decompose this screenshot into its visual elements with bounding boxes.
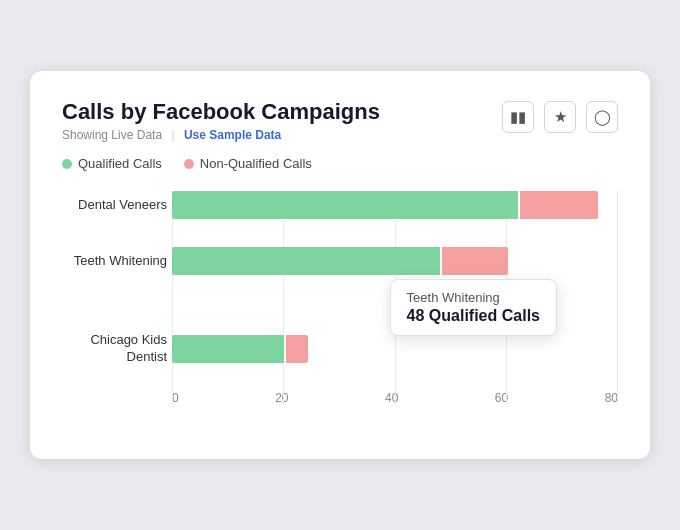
bar-qualified-teeth-whitening	[172, 247, 440, 275]
legend: Qualified Calls Non-Qualified Calls	[62, 156, 618, 171]
chart-title: Calls by Facebook Campaigns	[62, 99, 380, 125]
grid-line-20	[283, 191, 284, 405]
x-label-60: 60	[495, 391, 508, 405]
bar-dental-veneers: Dental Veneers	[172, 191, 618, 219]
qualified-label: Qualified Calls	[78, 156, 162, 171]
header: Calls by Facebook Campaigns Showing Live…	[62, 99, 618, 142]
bar-chicago-kids: Chicago KidsDentist	[172, 335, 618, 363]
tooltip-value: 48 Qualified Calls	[407, 307, 540, 325]
x-axis: 0 20 40 60 80	[172, 391, 618, 405]
grid-line-40	[395, 191, 396, 405]
bar-nonqualified-teeth-whitening	[442, 247, 509, 275]
toolbar: ▮▮ ★ ◯	[502, 101, 618, 133]
nonqualified-label: Non-Qualified Calls	[200, 156, 312, 171]
bar-container-dental-veneers	[172, 191, 618, 219]
bar-container-teeth-whitening	[172, 247, 618, 275]
grid-line-80	[617, 191, 618, 405]
chart-area: Dental Veneers Teeth Whitening Teeth Whi…	[62, 191, 618, 435]
favorite-button[interactable]: ★	[544, 101, 576, 133]
clock-icon: ◯	[594, 108, 611, 126]
chart-type-button[interactable]: ▮▮	[502, 101, 534, 133]
legend-qualified: Qualified Calls	[62, 156, 162, 171]
grid-lines	[172, 191, 618, 405]
settings-button[interactable]: ◯	[586, 101, 618, 133]
x-label-0: 0	[172, 391, 179, 405]
bar-qualified-dental-veneers	[172, 191, 518, 219]
bar-label-teeth-whitening: Teeth Whitening	[62, 253, 167, 270]
qualified-dot	[62, 159, 72, 169]
legend-nonqualified: Non-Qualified Calls	[184, 156, 312, 171]
bar-label-dental-veneers: Dental Veneers	[62, 197, 167, 214]
grid-line-0	[172, 191, 173, 405]
bar-label-chicago-kids: Chicago KidsDentist	[62, 332, 167, 366]
tooltip: Teeth Whitening 48 Qualified Calls	[390, 279, 557, 336]
title-section: Calls by Facebook Campaigns Showing Live…	[62, 99, 380, 142]
x-label-80: 80	[605, 391, 618, 405]
star-icon: ★	[554, 108, 567, 126]
chart-icon: ▮▮	[510, 108, 526, 126]
card: Calls by Facebook Campaigns Showing Live…	[30, 71, 650, 459]
subtitle-separator: |	[171, 128, 174, 142]
subtitle-live: Showing Live Data	[62, 128, 162, 142]
bar-qualified-chicago-kids	[172, 335, 284, 363]
grid-line-60	[506, 191, 507, 405]
bar-nonqualified-dental-veneers	[520, 191, 598, 219]
tooltip-title: Teeth Whitening	[407, 290, 540, 305]
x-label-20: 20	[275, 391, 288, 405]
bar-container-chicago-kids	[172, 335, 618, 363]
nonqualified-dot	[184, 159, 194, 169]
use-sample-data-link[interactable]: Use Sample Data	[184, 128, 281, 142]
subtitle: Showing Live Data | Use Sample Data	[62, 128, 380, 142]
x-label-40: 40	[385, 391, 398, 405]
bar-teeth-whitening: Teeth Whitening Teeth Whitening 48 Quali…	[172, 247, 618, 275]
bar-nonqualified-chicago-kids	[286, 335, 308, 363]
